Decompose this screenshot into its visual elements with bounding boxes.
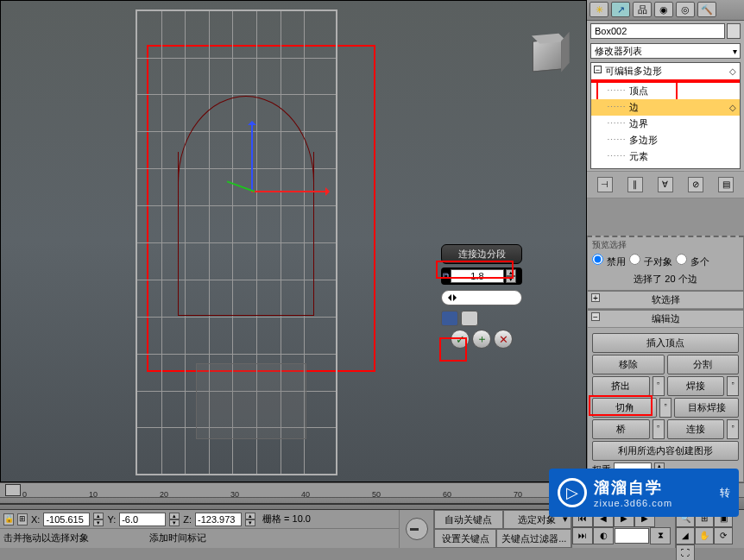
lower-panel-mesh (196, 363, 306, 439)
tab-hierarchy[interactable]: 品 (633, 2, 652, 17)
stack-pin-icon[interactable]: ⊣ (597, 177, 613, 192)
btn-weld[interactable]: 焊接 (667, 376, 725, 396)
stack-sub-element[interactable]: ⋯⋯元素 (591, 148, 740, 165)
z-input[interactable] (195, 513, 242, 526)
caddy-slider[interactable] (441, 290, 522, 305)
btn-remove[interactable]: 移除 (592, 355, 665, 374)
y-input[interactable] (119, 513, 166, 526)
lock-selection-icon[interactable]: 🔒 (3, 513, 14, 525)
btn-create-shape[interactable]: 利用所选内容创建图形 (592, 441, 739, 461)
time-config-icon[interactable]: ⧗ (650, 527, 671, 544)
gizmo-z-axis[interactable] (251, 122, 253, 191)
x-input[interactable] (43, 513, 90, 526)
command-panel: ✳ ↗ 品 ◉ ◎ 🔨 修改器列表 − 可编辑多边形 ◇ ⋯⋯顶点 ⋯⋯边◇ (587, 0, 744, 482)
btn-bridge[interactable]: 桥 (592, 419, 650, 439)
gizmo-x-axis[interactable] (251, 191, 329, 192)
btn-bridge-settings[interactable]: ▫ (653, 419, 665, 439)
btn-connect-settings[interactable]: ▫ (727, 419, 739, 439)
preview-subobj[interactable]: 子对象 (629, 254, 672, 268)
caddy-apply[interactable]: ＋ (472, 330, 491, 349)
preview-title: 预览选择 (592, 239, 739, 251)
preview-disable[interactable]: 禁用 (592, 254, 626, 268)
key-mode-icon[interactable]: ◐ (593, 527, 614, 544)
caddy-mode-icons[interactable] (441, 311, 522, 326)
watermark-domain: zixue.3d66.com (594, 498, 672, 508)
stack-sub-edge[interactable]: ⋯⋯边◇ (591, 99, 740, 116)
stack-item-editable-poly[interactable]: − 可编辑多边形 ◇ (591, 63, 740, 79)
stack-sel-eye: ◇ (729, 103, 736, 112)
stack-unique-icon[interactable]: ∀ (658, 177, 673, 192)
grid-readout: 栅格 = 10.0 (259, 513, 314, 525)
z-spinner[interactable]: ▴▾ (245, 513, 255, 526)
object-color-swatch[interactable] (727, 23, 741, 39)
y-label: Y: (107, 514, 116, 525)
stack-collapse-icon[interactable]: − (594, 66, 602, 73)
btn-split[interactable]: 分割 (667, 355, 740, 374)
caddy-mode-2[interactable] (461, 311, 478, 326)
stack-remove-icon[interactable]: ⊘ (688, 177, 703, 192)
object-name-input[interactable] (590, 23, 725, 39)
stack-sub-vertex[interactable]: ⋯⋯顶点 (591, 83, 740, 99)
prompt-text: 击并拖动以选择对象 (3, 532, 89, 544)
maximize-icon[interactable]: ⛶ (676, 544, 695, 560)
btn-chamfer-settings[interactable]: ▫ (659, 398, 671, 418)
chamfer-caddy[interactable]: 连接边分段 ⧉ ▴▾ ✓ ＋ ✕ (441, 244, 522, 349)
tab-display[interactable]: ◎ (676, 2, 695, 17)
btn-chamfer[interactable]: 切角 (592, 398, 657, 418)
tab-create[interactable]: ✳ (590, 2, 608, 17)
rollout-edit-edges: −编辑边 插入顶点 移除 分割 挤出 ▫ 焊接 ▫ 切角 ▫ 目标焊接 (587, 310, 744, 482)
set-key-big[interactable] (399, 510, 433, 548)
key-icon (406, 518, 428, 540)
x-spinner[interactable]: ▴▾ (93, 513, 104, 526)
stack-sub-border[interactable]: ⋯⋯边界 (591, 116, 740, 132)
watermark-logo-icon: ▷ (558, 478, 587, 507)
caddy-value-input[interactable] (451, 269, 504, 283)
x-label: X: (31, 514, 40, 525)
lock-2-icon[interactable]: ⊞ (17, 513, 28, 525)
orbit-icon[interactable]: ⟳ (714, 527, 733, 544)
rollout-preview-selection: 预览选择 禁用 子对象 多个 选择了 20 个边 (587, 236, 744, 291)
btn-target-weld[interactable]: 目标焊接 (674, 398, 739, 418)
btn-setkey[interactable]: 设置关键点 (434, 529, 496, 548)
selection-info: 选择了 20 个边 (592, 269, 739, 286)
caddy-spinner[interactable]: ▴▾ (506, 269, 516, 283)
watermark-brand: 溜溜自学 (594, 477, 672, 498)
btn-keyfilters[interactable]: 关键点过滤器... (496, 529, 571, 548)
rollout-soft-selection[interactable]: +软选择 (587, 291, 744, 310)
caddy-mode-1[interactable] (441, 311, 458, 326)
current-frame-input[interactable] (615, 528, 649, 544)
tab-utilities[interactable]: 🔨 (697, 2, 716, 17)
stack-show-icon[interactable]: ∥ (627, 177, 643, 192)
stack-toolbar: ⊣ ∥ ∀ ⊘ ▤ (587, 171, 744, 198)
btn-extrude-settings[interactable]: ▫ (653, 376, 665, 396)
stack-visibility-icon[interactable]: ◇ (729, 66, 736, 76)
z-label: Z: (183, 514, 192, 525)
pan-icon[interactable]: ✋ (695, 527, 714, 544)
btn-extrude[interactable]: 挤出 (592, 376, 650, 396)
viewport[interactable]: 连接边分段 ⧉ ▴▾ ✓ ＋ ✕ (0, 0, 587, 482)
btn-connect[interactable]: 连接 (667, 419, 725, 439)
modifier-list-dropdown[interactable]: 修改器列表 (590, 43, 741, 59)
y-spinner[interactable]: ▴▾ (169, 513, 180, 526)
stack-config-icon[interactable]: ▤ (718, 177, 734, 192)
rollout-soft-toggle[interactable]: + (591, 293, 600, 302)
preview-multi[interactable]: 多个 (676, 254, 709, 268)
btn-insert-vertex[interactable]: 插入顶点 (592, 333, 739, 353)
rollout-editedge-toggle[interactable]: − (591, 312, 600, 321)
caddy-cancel[interactable]: ✕ (494, 330, 513, 349)
watermark-overlay: ▷ 溜溜自学 zixue.3d66.com 转 (549, 469, 739, 517)
goto-end-icon[interactable]: ⏭ (572, 527, 593, 544)
stack-sub-polygon[interactable]: ⋯⋯多边形 (591, 132, 740, 148)
watermark-sublabel: 转 (720, 486, 730, 500)
viewcube[interactable] (526, 34, 569, 77)
caddy-ok[interactable]: ✓ (451, 330, 470, 349)
fov-icon[interactable]: ◢ (676, 527, 695, 544)
tab-motion[interactable]: ◉ (654, 2, 673, 17)
command-panel-tabs[interactable]: ✳ ↗ 品 ◉ ◎ 🔨 (587, 0, 744, 21)
btn-weld-settings[interactable]: ▫ (727, 376, 739, 396)
transform-gizmo[interactable] (225, 122, 329, 225)
caddy-spinner-icon: ⧉ (443, 271, 449, 281)
btn-autokey[interactable]: 自动关键点 (434, 510, 503, 529)
tab-modify[interactable]: ↗ (611, 2, 630, 17)
modifier-stack[interactable]: − 可编辑多边形 ◇ ⋯⋯顶点 ⋯⋯边◇ ⋯⋯边界 ⋯⋯多边形 ⋯⋯元素 (590, 62, 741, 169)
